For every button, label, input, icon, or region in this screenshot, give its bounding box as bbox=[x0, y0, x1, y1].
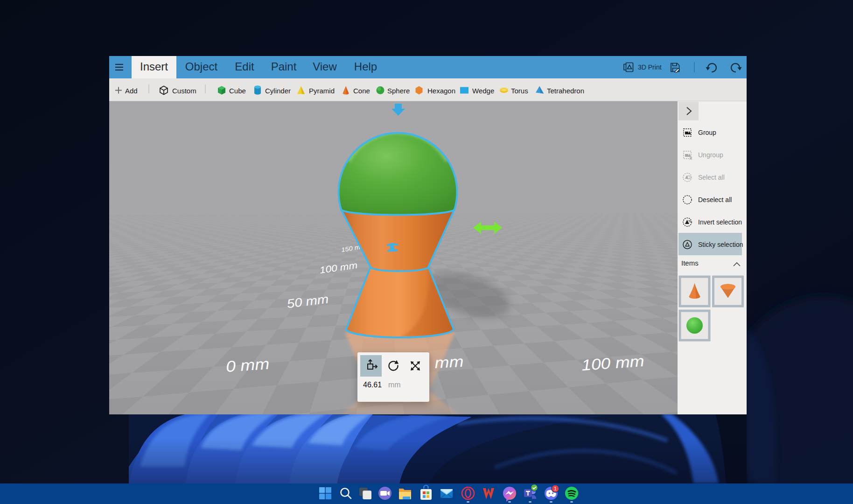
svg-text:Cylinder: Cylinder bbox=[265, 87, 291, 95]
svg-text:Wedge: Wedge bbox=[472, 87, 494, 95]
svg-text:0 mm: 0 mm bbox=[225, 355, 270, 375]
svg-text:Custom: Custom bbox=[172, 87, 196, 95]
svg-text:Cube: Cube bbox=[229, 87, 246, 95]
svg-text:Cone: Cone bbox=[353, 87, 370, 95]
svg-text:Add: Add bbox=[125, 87, 138, 95]
svg-text:1: 1 bbox=[554, 486, 557, 491]
svg-text:Sphere: Sphere bbox=[387, 87, 410, 95]
svg-text:Pyramid: Pyramid bbox=[309, 87, 335, 95]
svg-text:Hexagon: Hexagon bbox=[427, 87, 455, 95]
svg-text:mm: mm bbox=[434, 353, 464, 371]
svg-text:Tetrahedron: Tetrahedron bbox=[547, 87, 584, 95]
svg-text:Torus: Torus bbox=[511, 87, 528, 95]
